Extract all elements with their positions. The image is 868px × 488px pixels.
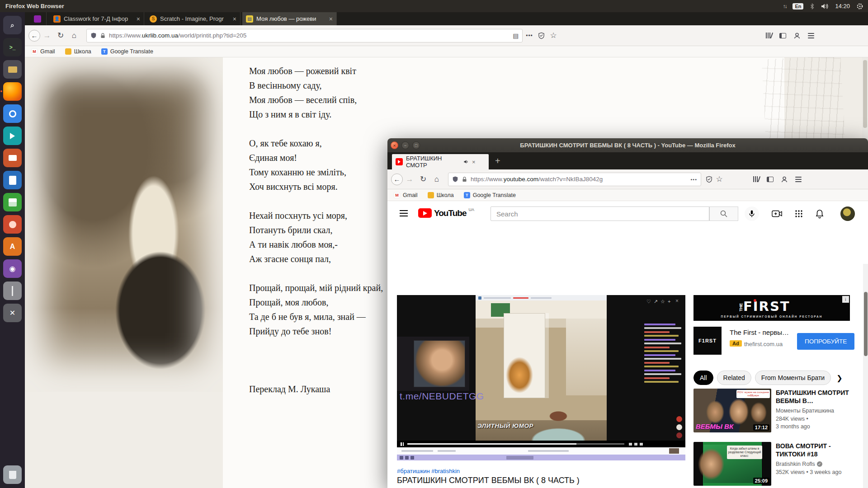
- tracking-shield-icon[interactable]: [90, 32, 97, 39]
- guide-menu-icon[interactable]: [400, 210, 408, 216]
- window-maximize-button[interactable]: □: [412, 141, 420, 149]
- volume-icon[interactable]: [821, 3, 829, 9]
- dash-icon[interactable]: ⌕: [3, 16, 22, 34]
- pocket-shield-icon[interactable]: [706, 176, 712, 183]
- video-app-icon[interactable]: [3, 127, 22, 145]
- create-video-icon[interactable]: [772, 209, 783, 218]
- tab-youtube-active[interactable]: БРАТИШКИН СМОТР ×: [392, 154, 489, 169]
- window-minimize-button[interactable]: −: [401, 141, 409, 149]
- search-button[interactable]: [709, 206, 738, 221]
- menu-icon[interactable]: [808, 33, 814, 38]
- sidebar-icon[interactable]: [767, 177, 774, 182]
- window-close-button[interactable]: ×: [391, 141, 398, 149]
- libreoffice-impress-icon[interactable]: [3, 149, 22, 167]
- forward-button[interactable]: →: [40, 31, 54, 40]
- libreoffice-writer-icon[interactable]: [3, 171, 22, 189]
- reader-view-icon[interactable]: ▤: [513, 32, 519, 39]
- video-player[interactable]: t.me/NEBUDETGG ЭЛИТНЫЙ ЮМОР ♡↗☆+ ×: [397, 295, 685, 460]
- software-center-icon[interactable]: A: [3, 237, 22, 256]
- reload-button[interactable]: ↻: [54, 31, 67, 40]
- url-bar[interactable]: https://www.ukrlib.com.ua/world/printit.…: [86, 29, 523, 42]
- search-input[interactable]: [496, 210, 703, 218]
- account-avatar[interactable]: [840, 206, 855, 221]
- url-bar[interactable]: https://www.youtube.com/watch?v=NkIBaJ80…: [448, 173, 701, 186]
- firefox-icon[interactable]: [3, 82, 22, 101]
- library-icon[interactable]: [766, 33, 772, 38]
- tab-poem-active[interactable]: ▤ Моя любов — рожеви ×: [242, 12, 337, 25]
- youtube-scrollbar[interactable]: [863, 264, 868, 488]
- home-button[interactable]: ⌂: [430, 175, 443, 184]
- related-video-2[interactable]: Когда забыл штаны в раздевалке Следующий…: [693, 442, 859, 488]
- account-icon[interactable]: [781, 176, 788, 183]
- search-box[interactable]: [491, 206, 709, 221]
- camera-app-icon[interactable]: [3, 104, 22, 123]
- new-tab-button[interactable]: +: [495, 156, 500, 166]
- video-channel[interactable]: Моменты Братишкина: [776, 408, 834, 414]
- progress-bar[interactable]: [407, 443, 624, 445]
- tracking-shield-icon[interactable]: [452, 176, 458, 183]
- bookmark-school[interactable]: Школа: [65, 48, 91, 55]
- reload-button[interactable]: ↻: [416, 174, 430, 184]
- tab-close-icon[interactable]: ×: [329, 15, 333, 23]
- sidebar-icon[interactable]: [779, 33, 786, 38]
- files-icon[interactable]: [3, 60, 22, 79]
- apps-grid-icon[interactable]: [794, 209, 803, 218]
- video-hashtags[interactable]: #братишкин #bratishkin: [397, 468, 460, 474]
- page-actions-icon[interactable]: •••: [523, 33, 536, 39]
- bookmark-star-icon[interactable]: ☆: [547, 31, 560, 40]
- menu-icon[interactable]: [795, 177, 802, 182]
- purple-app-icon[interactable]: ◉: [3, 259, 22, 278]
- tab-close-icon[interactable]: ×: [472, 159, 476, 165]
- clock[interactable]: 14:20: [835, 3, 850, 9]
- bluetooth-icon[interactable]: [810, 3, 815, 9]
- ad-banner[interactable]: THE FIRST ПЕРВЫЙ СТРИМИНГОВЫЙ ОНЛАЙН РЕС…: [693, 295, 850, 321]
- video-thumbnail[interactable]: POV: мужик на соседнем пи$$уаре ВЕБМЫ ВК…: [693, 389, 771, 432]
- tab-close-icon[interactable]: ×: [233, 15, 236, 23]
- account-icon[interactable]: [793, 32, 801, 39]
- library-icon[interactable]: [753, 176, 760, 182]
- archive-app-icon[interactable]: [3, 282, 22, 300]
- ad-title[interactable]: The First - первы…: [730, 328, 789, 336]
- related-video-1[interactable]: POV: мужик на соседнем пи$$уаре ВЕБМЫ ВК…: [693, 389, 859, 439]
- pocket-shield-icon[interactable]: [538, 32, 545, 39]
- bookmark-star-icon[interactable]: ☆: [712, 174, 726, 184]
- bookmark-gmail[interactable]: MGmail: [31, 48, 55, 55]
- tab-audio-icon[interactable]: [463, 159, 469, 164]
- trash-icon[interactable]: [3, 465, 22, 484]
- terminal-icon[interactable]: >_: [3, 38, 22, 56]
- scrollbar-thumb[interactable]: [863, 60, 867, 128]
- bookmark-gmail[interactable]: MGmail: [394, 192, 418, 198]
- chip-from-channel[interactable]: From Моменты Брати: [755, 371, 831, 385]
- pinned-tab[interactable]: [28, 12, 47, 25]
- inner-player-controls[interactable]: [397, 441, 685, 447]
- ad-cta-button[interactable]: ПОПРОБУЙТЕ: [797, 333, 854, 350]
- ad-info-icon[interactable]: i: [842, 296, 849, 303]
- back-button[interactable]: ←: [28, 30, 40, 42]
- forward-button[interactable]: →: [403, 175, 416, 184]
- tools-app-icon[interactable]: ✕: [3, 304, 22, 322]
- bookmark-school[interactable]: Школа: [428, 192, 454, 198]
- chip-related[interactable]: Related: [717, 371, 751, 385]
- window-titlebar[interactable]: × − □ БРАТИШКИН СМОТРИТ ВЕБМЫ ВК ( 8 ЧАС…: [387, 138, 868, 152]
- video-title[interactable]: БРАТИШКИН СМОТРИТ ВЕБМЫ В…: [776, 389, 859, 405]
- network-arrows-icon[interactable]: ↑↓: [783, 3, 786, 9]
- youtube-logo[interactable]: YouTube UA: [418, 208, 474, 218]
- tab-classwork[interactable]: 👤 Classwork for 7-Д Інфор ×: [50, 12, 144, 25]
- notifications-bell-icon[interactable]: [815, 209, 824, 219]
- keyboard-layout-indicator[interactable]: En: [793, 3, 803, 9]
- voice-search-button[interactable]: [745, 206, 759, 221]
- chips-chevron-right-icon[interactable]: ❯: [836, 374, 842, 382]
- chip-all[interactable]: All: [693, 371, 713, 385]
- page-actions-icon[interactable]: •••: [690, 177, 697, 182]
- libreoffice-draw-icon[interactable]: [3, 215, 22, 234]
- bookmark-translate[interactable]: TGoogle Translate: [464, 192, 516, 198]
- tab-close-icon[interactable]: ×: [137, 15, 140, 23]
- back-button[interactable]: ←: [391, 174, 403, 185]
- video-channel[interactable]: Bratishkin Rofls✓: [776, 461, 822, 467]
- pause-icon[interactable]: [401, 442, 404, 446]
- ad-thumbnail[interactable]: F1RST: [693, 327, 722, 355]
- video-title[interactable]: ВОВА СМОТРИТ - ТИКТОКИ #18: [776, 442, 859, 458]
- video-thumbnail[interactable]: Когда забыл штаны в раздевалке Следующий…: [693, 442, 771, 486]
- libreoffice-calc-icon[interactable]: [3, 193, 22, 211]
- scrollbar-thumb[interactable]: [864, 292, 868, 356]
